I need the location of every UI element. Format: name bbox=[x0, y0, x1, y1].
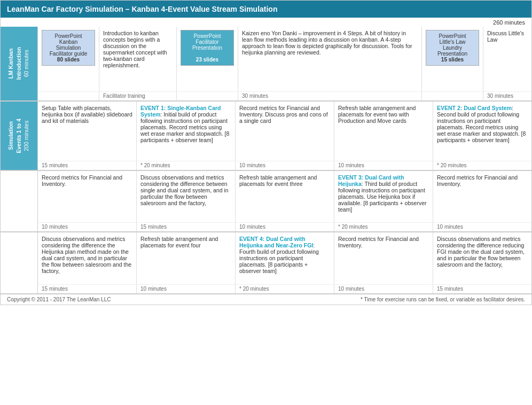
min-2-3: 10 minutes bbox=[236, 161, 334, 170]
min-1-4: 30 minutes bbox=[238, 92, 422, 100]
cell-3-3: Refresh table arrangement and placemats … bbox=[236, 171, 334, 222]
min-4-3: * 20 minutes bbox=[236, 285, 334, 293]
page-title: LeanMan Car Factory Simulation – Kanban … bbox=[7, 5, 277, 13]
min-3-4: * 20 minutes bbox=[334, 223, 433, 231]
cell-3-2: Discuss observations and metrics conside… bbox=[137, 171, 236, 222]
cells-row-2: Setup Table with placemats, heijunka box… bbox=[38, 102, 531, 161]
cell-4-4: Record metrics for Financial and Invento… bbox=[334, 232, 433, 284]
footer: Copyright © 2011 - 2017 The LeanMan LLC … bbox=[1, 294, 531, 305]
min-2-1: 15 minutes bbox=[38, 161, 137, 170]
row-label-3 bbox=[1, 171, 38, 231]
min-2-4: 10 minutes bbox=[334, 161, 433, 170]
cell-3-5: Record metrics for Financial and Invento… bbox=[433, 171, 531, 222]
cell-1-3: PowerPointFacilitatorPresentation23 slid… bbox=[177, 27, 238, 91]
min-4-1: 15 minutes bbox=[38, 285, 137, 293]
footer-note: * Time for exercise runs can be fixed, o… bbox=[361, 297, 525, 302]
mins-row-2: 15 minutes * 20 minutes 10 minutes 10 mi… bbox=[38, 161, 531, 170]
cells-row-3: Record metrics for Financial and Invento… bbox=[38, 171, 531, 222]
footer-copyright: Copyright © 2011 - 2017 The LeanMan LLC bbox=[7, 297, 111, 302]
ppt-box-2: PowerPointFacilitatorPresentation23 slid… bbox=[181, 30, 234, 66]
cell-2-2: EVENT 1: Single-Kanban Card System: Init… bbox=[137, 102, 236, 161]
section-row-1: LM KanbanIntroduction60 minutes PowerPoi… bbox=[1, 27, 531, 102]
row-content-3: Record metrics for Financial and Invento… bbox=[38, 171, 531, 231]
cell-3-4: EVENT 3: Dual Card with Heijunka: Third … bbox=[334, 171, 433, 222]
min-3-2: 15 minutes bbox=[137, 223, 236, 231]
min-1-5 bbox=[422, 92, 483, 100]
cell-4-3: EVENT 4: Dual Card with Heijunka and Nea… bbox=[236, 232, 334, 284]
mins-row-4: 15 minutes 10 minutes * 20 minutes 10 mi… bbox=[38, 284, 531, 293]
row-content-1: PowerPointKanbanSimulationFacilitator gu… bbox=[38, 27, 531, 100]
min-2-2: * 20 minutes bbox=[137, 161, 236, 170]
cells-row-4: Discuss observations and metrics conside… bbox=[38, 232, 531, 284]
min-4-5: 15 minutes bbox=[433, 285, 531, 293]
page: LeanMan Car Factory Simulation – Kanban … bbox=[0, 0, 532, 305]
cell-2-5: EVENT 2: Dual Card System: Second build … bbox=[433, 102, 531, 161]
cells-row-1: PowerPointKanbanSimulationFacilitator gu… bbox=[38, 27, 531, 91]
row-content-2: Setup Table with placemats, heijunka box… bbox=[38, 102, 531, 170]
min-2-5: * 20 minutes bbox=[433, 161, 531, 170]
cell-2-4: Refresh table arrangement and placemats … bbox=[334, 102, 433, 161]
total-minutes: 260 minutes bbox=[1, 18, 531, 27]
mins-row-3: 10 minutes 15 minutes 10 minutes * 20 mi… bbox=[38, 222, 531, 231]
row-content-4: Discuss observations and metrics conside… bbox=[38, 232, 531, 293]
min-1-2: Facilitator training bbox=[99, 92, 177, 100]
cell-2-1: Setup Table with placemats, heijunka box… bbox=[38, 102, 137, 161]
cell-2-3: Record metrics for Financial and Invento… bbox=[236, 102, 334, 161]
cell-3-1: Record metrics for Financial and Invento… bbox=[38, 171, 137, 222]
cell-1-4: Kaizen eno Yon Danki – improvement in 4 … bbox=[238, 27, 422, 91]
section-row-2: SimulationEvents 1 to 4200 minutes Setup… bbox=[1, 102, 531, 171]
row-label-1: LM KanbanIntroduction60 minutes bbox=[1, 27, 38, 100]
min-3-3: 10 minutes bbox=[236, 223, 334, 231]
min-1-6: 30 minutes bbox=[483, 92, 531, 100]
min-1-1 bbox=[38, 92, 99, 100]
min-3-1: 10 minutes bbox=[38, 223, 137, 231]
section-row-3: Record metrics for Financial and Invento… bbox=[1, 171, 531, 232]
cell-4-1: Discuss observations and metrics conside… bbox=[38, 232, 137, 284]
min-4-2: 10 minutes bbox=[137, 285, 236, 293]
mins-row-1: Facilitator training 30 minutes 30 minut… bbox=[38, 91, 531, 100]
min-4-4: 10 minutes bbox=[334, 285, 433, 293]
min-3-5: 10 minutes bbox=[433, 223, 531, 231]
ppt-box-1: PowerPointKanbanSimulationFacilitator gu… bbox=[42, 30, 95, 66]
min-1-3 bbox=[177, 92, 238, 100]
cell-4-5: Discuss observations and metrics conside… bbox=[433, 232, 531, 284]
row-label-4 bbox=[1, 232, 38, 293]
cell-1-2: Introduction to kanban concepts begins w… bbox=[99, 27, 177, 91]
page-header: LeanMan Car Factory Simulation – Kanban … bbox=[1, 1, 531, 18]
cell-1-6: Discuss Little's Law bbox=[483, 27, 531, 91]
section-row-4: Discuss observations and metrics conside… bbox=[1, 232, 531, 294]
row-label-2: SimulationEvents 1 to 4200 minutes bbox=[1, 102, 38, 170]
ppt-box-3: PowerPointLittle's LawLaundryPresentatio… bbox=[426, 30, 479, 66]
cell-4-2: Refresh table arrangement and placemats … bbox=[137, 232, 236, 284]
cell-1-1: PowerPointKanbanSimulationFacilitator gu… bbox=[38, 27, 99, 91]
cell-1-5: PowerPointLittle's LawLaundryPresentatio… bbox=[422, 27, 483, 91]
